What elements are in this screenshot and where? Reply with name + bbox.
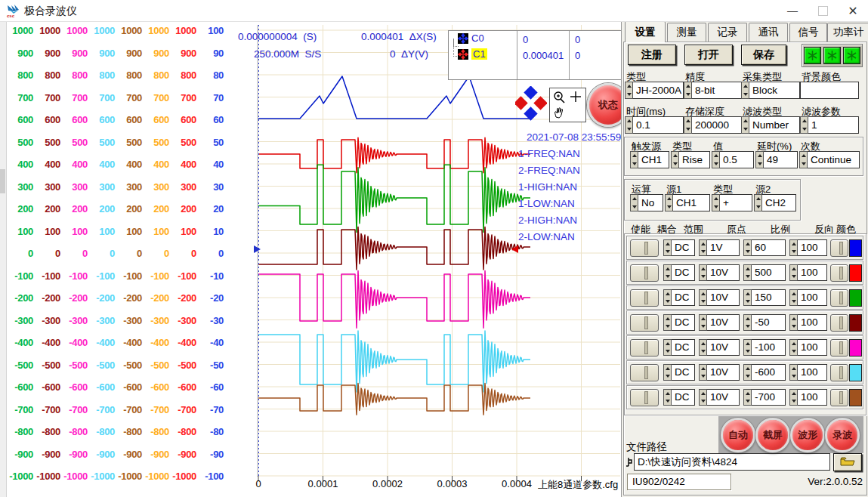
enable-toggle[interactable]	[630, 264, 659, 282]
invert-toggle[interactable]	[830, 364, 848, 381]
acquire-type-field[interactable]: Block	[741, 82, 800, 99]
invert-toggle[interactable]	[830, 239, 848, 257]
type-field[interactable]: JH-2000A	[625, 82, 684, 99]
spinner-arrows[interactable]	[743, 239, 752, 256]
range-field[interactable]: 10V	[699, 264, 740, 281]
cursor-row-c1[interactable]: C10.0004010	[449, 48, 622, 64]
enable-toggle[interactable]	[630, 364, 659, 381]
range-field[interactable]: 10V	[699, 314, 740, 331]
coupling-field[interactable]: DC	[663, 264, 695, 281]
spinner-arrows[interactable]	[699, 289, 707, 306]
channel-color-swatch[interactable]	[849, 389, 862, 406]
spinner-arrows[interactable]	[663, 339, 672, 356]
spinner-arrows[interactable]	[789, 289, 798, 306]
file-path-field[interactable]: D:\快速访问资料\4824	[634, 453, 830, 471]
spinner-arrows[interactable]	[743, 264, 752, 281]
depth-field[interactable]: 200000	[684, 116, 743, 134]
channel-color-swatch[interactable]	[849, 364, 862, 381]
enable-toggle[interactable]	[630, 339, 659, 357]
spinner-arrows[interactable]	[699, 239, 707, 256]
spinner-arrows[interactable]	[743, 339, 752, 356]
invert-toggle[interactable]	[830, 264, 848, 282]
spinner-arrows[interactable]	[699, 364, 707, 381]
coupling-field[interactable]: DC	[663, 289, 695, 306]
precision-field[interactable]: 8-bit	[684, 82, 743, 99]
invert-toggle[interactable]	[830, 289, 848, 307]
tab-settings[interactable]: 设置	[625, 21, 666, 42]
spinner-arrows[interactable]	[663, 364, 672, 381]
scale-field[interactable]: 100	[789, 264, 827, 281]
spinner-arrows[interactable]	[741, 82, 749, 99]
range-field[interactable]: 10V	[699, 364, 740, 381]
spinner-arrows[interactable]	[699, 339, 707, 356]
spinner-arrows[interactable]	[743, 389, 752, 406]
screenshot-button[interactable]: 截屏	[755, 418, 790, 452]
origin-field[interactable]: 150	[743, 289, 786, 306]
channel-color-swatch[interactable]	[849, 289, 862, 307]
spinner-arrows[interactable]	[684, 116, 692, 134]
spinner-arrows[interactable]	[684, 82, 692, 99]
scale-field[interactable]: 100	[789, 314, 827, 331]
range-field[interactable]: 10V	[699, 389, 740, 406]
open-button[interactable]: 打开	[684, 45, 733, 65]
cursor-row-c0[interactable]: C000	[449, 32, 622, 48]
scale-field[interactable]: 100	[789, 389, 827, 406]
record-button[interactable]: 录波	[825, 418, 860, 452]
tab-comm[interactable]: 通讯	[749, 23, 788, 42]
cursor-move-tool-icon[interactable]	[570, 91, 582, 103]
filter-param-field[interactable]: 1	[800, 116, 859, 134]
bg-color-field[interactable]	[800, 82, 859, 99]
coupling-field[interactable]: DC	[663, 314, 695, 331]
spinner-arrows[interactable]	[663, 239, 672, 256]
filter-type-field[interactable]: Number	[741, 116, 800, 134]
enable-toggle[interactable]	[630, 239, 659, 257]
origin-field[interactable]: -50	[743, 314, 786, 331]
coupling-field[interactable]: DC	[663, 389, 695, 406]
device-id-field[interactable]: IU902/0242	[627, 474, 731, 490]
spinner-arrows[interactable]	[625, 116, 633, 134]
left-scrollbar-thumb[interactable]	[0, 169, 5, 193]
spinner-arrows[interactable]	[789, 389, 798, 406]
coupling-field[interactable]: DC	[663, 239, 695, 256]
range-field[interactable]: 10V	[699, 339, 740, 356]
browse-folder-button[interactable]	[833, 453, 862, 471]
waveform-button[interactable]: 波形	[790, 418, 825, 452]
spinner-arrows[interactable]	[699, 264, 707, 281]
spinner-arrows[interactable]	[625, 82, 633, 99]
spinner-arrows[interactable]	[743, 314, 752, 331]
pan-hand-tool-icon[interactable]	[553, 106, 566, 119]
origin-field[interactable]: -600	[743, 364, 786, 381]
channel-color-swatch[interactable]	[849, 239, 862, 257]
maximize-button[interactable]	[808, 0, 838, 21]
spinner-arrows[interactable]	[699, 314, 707, 331]
coupling-field[interactable]: DC	[663, 364, 695, 381]
scale-field[interactable]: 100	[789, 339, 827, 356]
spinner-arrows[interactable]	[789, 314, 798, 331]
minimize-button[interactable]: —	[777, 0, 808, 21]
register-button[interactable]: 注册	[628, 45, 676, 65]
origin-field[interactable]: 500	[743, 264, 786, 281]
enable-toggle[interactable]	[630, 389, 659, 406]
spinner-arrows[interactable]	[789, 339, 798, 356]
channel-color-swatch[interactable]	[849, 339, 862, 357]
spinner-arrows[interactable]	[663, 389, 672, 406]
zoom-tool-icon[interactable]	[552, 91, 566, 104]
invert-toggle[interactable]	[830, 339, 848, 357]
spinner-arrows[interactable]	[800, 116, 808, 134]
invert-toggle[interactable]	[830, 314, 848, 332]
channel-color-swatch[interactable]	[849, 264, 862, 282]
spinner-arrows[interactable]	[663, 264, 672, 281]
spinner-arrows[interactable]	[699, 389, 707, 406]
auto-button[interactable]: 自动	[721, 418, 755, 452]
cursor-table[interactable]: C000C10.0004010	[448, 30, 622, 80]
tab-power[interactable]: 功率计	[827, 23, 868, 42]
spinner-arrows[interactable]	[789, 364, 798, 381]
spinner-arrows[interactable]	[789, 239, 798, 256]
scale-field[interactable]: 100	[789, 364, 827, 381]
tab-signal[interactable]: 信号	[789, 23, 827, 42]
enable-toggle[interactable]	[630, 314, 659, 332]
enable-toggle[interactable]	[630, 289, 659, 307]
range-field[interactable]: 1V	[699, 239, 740, 256]
time-field[interactable]: 0.1	[625, 116, 684, 134]
spinner-arrows[interactable]	[663, 289, 672, 306]
